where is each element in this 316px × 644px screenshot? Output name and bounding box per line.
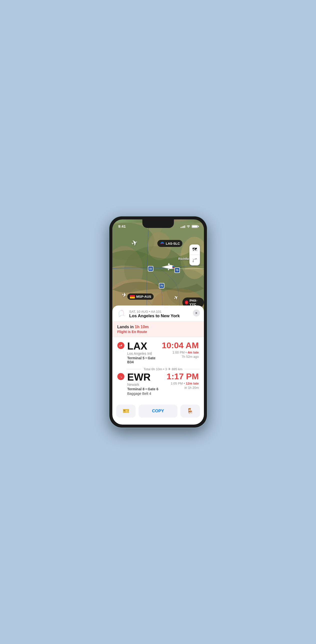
status-banner: Lands in 1h 10m Flight is En Route [112,322,204,337]
divider-line-right [185,369,199,369]
destination-time-remaining: in 1h 20m [167,386,199,390]
status-time: 9:41 [118,224,126,228]
origin-terminal: Terminal 5 • Gate B34 [127,356,159,364]
highway-badge-70-mid: 70 [174,267,180,273]
en-route-status: Flight is En Route [117,330,199,334]
destination-scheduled: 1:05 PM • 12m late [167,382,199,385]
pnr-button[interactable]: 🎫 [116,405,136,418]
flight-info-header: SAT, 10 AUG • AA 101 Los Angeles to New … [129,310,199,318]
origin-code: LAX [127,341,159,351]
card-header: SAT, 10 AUG • AA 101 Los Angeles to New … [112,305,204,322]
phone-frame: 9:41 [109,216,207,428]
flight-label-las-slc[interactable]: LAS-SLC [157,240,182,247]
svg-point-13 [193,261,193,262]
destination-code: EWR [127,372,164,382]
airline-logo [117,309,126,318]
flight-label-msp-aus[interactable]: MSP-AUS [127,293,154,300]
destination-name: Newark [127,383,164,387]
aa-logo-svg [118,310,126,318]
airplane-msp-aus: ✈ [121,291,127,299]
origin-actual-time: 10:04 AM [162,341,199,350]
destination-icon [117,373,124,380]
las-slc-text: LAS-SLC [166,242,180,245]
highway-badge-15: 15 [148,266,153,271]
american-airlines-logo-small [160,241,164,246]
southwest-logo [130,295,135,298]
phone-screen: 9:41 [112,219,204,425]
signal-bars-icon [181,225,185,228]
copy-button[interactable]: COPY [139,405,177,418]
airports-section: LAX Los Angeles Intl Terminal 5 • Gate B… [112,337,204,402]
landing-icon [119,375,123,379]
flight-divider: Total 6h 10m • 3 ✈ 885 km [117,366,199,372]
copy-label: COPY [152,409,164,414]
destination-baggage: Baggage Belt 4 [127,392,164,396]
phx-yyc-text: PHX-YYC [190,299,201,306]
origin-time-col: 10:04 AM 1:00 PM • 4m late 7h 52m ago [162,341,199,359]
airplane-main [161,262,174,272]
divider-line-left [127,369,141,369]
air-canada-logo: 🍁 [185,300,188,304]
map-view-btn[interactable]: 🗺 [189,244,200,255]
destination-time-col: 1:17 PM 1:05 PM • 12m late in 1h 20m [167,372,199,390]
lands-in-text: Lands in 1h 10m [117,325,199,329]
msp-aus-text: MSP-AUS [136,295,151,298]
map-icon: 🗺 [192,247,197,252]
airplane-las-slc: ✈ [130,238,139,248]
route-btn[interactable] [189,255,200,265]
highway-badge-70-low: 70 [159,283,164,288]
close-button[interactable]: × [193,309,200,316]
airplane-phx-yyc: ✈ [172,294,180,302]
flight-meta: SAT, 10 AUG • AA 101 [129,310,199,313]
origin-icon [117,342,124,349]
destination-terminal: Terminal 8 • Gate 6 [127,387,164,391]
svg-point-7 [112,246,143,293]
origin-time-ago: 7h 52m ago [162,355,199,359]
origin-row: LAX Los Angeles Intl Terminal 5 • Gate B… [117,341,199,364]
flight-info-card: SAT, 10 AUG • AA 101 Los Angeles to New … [112,305,204,425]
destination-row: EWR Newark Terminal 8 • Gate 6 Baggage B… [117,372,199,396]
bottom-toolbar: 🎫 COPY 🪑 [112,403,204,420]
origin-scheduled: 1:00 PM • 4m late [162,351,199,354]
battery-icon [192,225,198,228]
seat-icon: 🪑 [187,408,193,414]
wifi-icon [186,224,190,228]
route-icon [192,258,197,263]
destination-details: EWR Newark Terminal 8 • Gate 6 Baggage B… [127,372,164,396]
origin-name: Los Angeles Intl [127,352,159,356]
takeoff-icon [119,344,123,348]
notch [142,219,174,228]
map-controls: 🗺 [189,244,200,265]
pnr-icon: 🎫 [123,408,129,414]
origin-details: LAX Los Angeles Intl Terminal 5 • Gate B… [127,341,159,364]
flight-total-info: Total 6h 10m • 3 ✈ 885 km [144,367,182,371]
destination-actual-time: 1:17 PM [167,372,199,381]
status-icons [181,224,198,228]
flight-route-title: Los Angeles to New York [129,313,199,318]
seat-button[interactable]: 🪑 [180,405,200,418]
